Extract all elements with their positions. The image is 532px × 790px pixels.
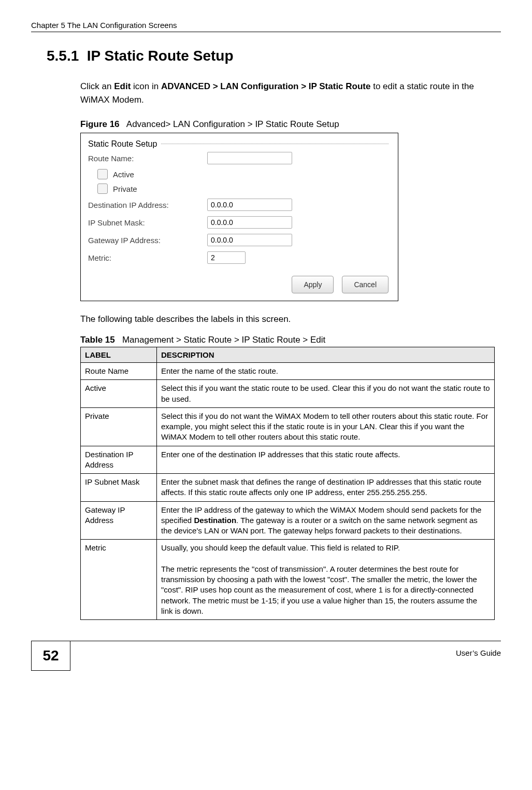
users-guide-label: User’s Guide [456,641,501,671]
section-heading: 5.5.1 IP Static Route Setup [47,48,501,64]
td-desc-bold: Destination [194,516,236,525]
route-name-input[interactable] [207,152,292,164]
td-label: Destination IP Address [81,446,157,474]
td-desc: Enter the IP address of the gateway to w… [157,501,495,540]
running-header: Chapter 5 The LAN Configuration Screens [31,21,501,32]
table-row: Destination IP Address Enter one of the … [81,446,495,474]
table-row: IP Subnet Mask Enter the subnet mask tha… [81,474,495,502]
td-label: Active [81,380,157,408]
intro-text-2: icon in [131,81,161,91]
cancel-button[interactable]: Cancel [342,276,389,293]
table-caption-text: Management > Static Route > IP Static Ro… [122,335,325,345]
panel-title: Static Route Setup [88,139,161,148]
active-checkbox[interactable] [97,169,108,179]
section-title: IP Static Route Setup [87,48,234,64]
td-desc: Usually, you should keep the default val… [157,540,495,620]
td-desc: Select this if you want the static route… [157,380,495,408]
intro-text-1: Click an [80,81,114,91]
figure-caption: Figure 16 Advanced> LAN Configuration > … [80,119,501,130]
table-header-row: LABEL DESCRIPTION [81,347,495,363]
table-label: Table 15 [80,335,115,345]
subnet-input[interactable]: 0.0.0.0 [207,216,292,229]
description-table: LABEL DESCRIPTION Route Name Enter the n… [80,347,495,620]
intro-bold-2: ADVANCED > LAN Configuration > IP Static… [161,81,371,91]
private-label: Private [113,185,137,193]
active-label: Active [113,170,134,179]
dest-ip-label: Destination IP Address: [88,201,207,209]
td-label: Private [81,407,157,446]
td-desc: Enter the subnet mask that defines the r… [157,474,495,502]
td-label: Gateway IP Address [81,501,157,540]
th-label: LABEL [81,347,157,363]
td-desc: Enter one of the destination IP addresse… [157,446,495,474]
section-number: 5.5.1 [47,48,79,64]
table-row: Gateway IP Address Enter the IP address … [81,501,495,540]
metric-label: Metric: [88,253,207,262]
table-caption: Table 15 Management > Static Route > IP … [80,335,501,345]
metric-input[interactable]: 2 [207,251,246,264]
apply-button[interactable]: Apply [292,276,334,293]
table-row: Private Select this if you do not want t… [81,407,495,446]
page-footer: 52 User’s Guide [31,641,501,671]
subnet-label: IP Subnet Mask: [88,218,207,227]
table-row: Route Name Enter the name of the static … [81,363,495,380]
gateway-label: Gateway IP Address: [88,236,207,245]
figure-label: Figure 16 [80,119,120,129]
after-figure-text: The following table describes the labels… [80,314,501,325]
td-desc: Enter the name of the static route. [157,363,495,380]
td-label: Route Name [81,363,157,380]
table-row: Active Select this if you want the stati… [81,380,495,408]
intro-bold-1: Edit [114,81,131,91]
th-description: DESCRIPTION [157,347,495,363]
table-row: Metric Usually, you should keep the defa… [81,540,495,620]
private-checkbox[interactable] [97,184,108,194]
route-name-label: Route Name: [88,154,207,163]
page-number: 52 [31,641,70,671]
dest-ip-input[interactable]: 0.0.0.0 [207,199,292,211]
figure-caption-text: Advanced> LAN Configuration > IP Static … [126,119,339,129]
intro-paragraph: Click an Edit icon in ADVANCED > LAN Con… [80,80,501,106]
td-label: Metric [81,540,157,620]
screenshot-static-route-setup: Static Route Setup Route Name: Active Pr… [80,133,398,301]
td-desc: Select this if you do not want the WiMAX… [157,407,495,446]
gateway-input[interactable]: 0.0.0.0 [207,234,292,246]
td-label: IP Subnet Mask [81,474,157,502]
